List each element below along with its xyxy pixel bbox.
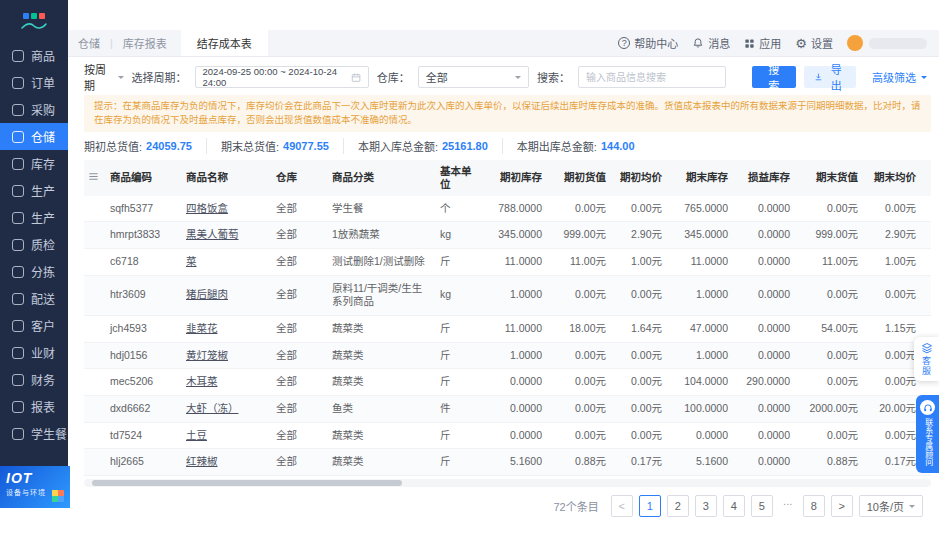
prev-page-button[interactable]: <	[611, 495, 633, 517]
table-cell: 11.0000	[486, 315, 548, 342]
sidebar-item-label: 财务	[31, 371, 55, 388]
tab-balance-cost-report[interactable]: 结存成本表	[181, 30, 268, 56]
table-cell: 斤	[434, 369, 486, 396]
row-spacer-cell	[84, 222, 104, 249]
table-cell: 全部	[270, 222, 326, 249]
column-config-button[interactable]	[84, 160, 104, 196]
table-cell: 0.0000	[922, 196, 931, 222]
product-name-link[interactable]: 菜	[180, 249, 270, 276]
product-name-link[interactable]: 大虾（冻）	[180, 395, 270, 422]
product-name-link[interactable]: 四格饭盒	[180, 196, 270, 222]
avatar	[847, 35, 863, 51]
help-center-button[interactable]: ? 帮助中心	[618, 35, 678, 51]
product-name-link[interactable]: 黑美人葡萄	[180, 222, 270, 249]
page-button-8[interactable]: 8	[803, 495, 825, 517]
sidebar: 商品订单采购仓储库存生产生产质检分拣配送客户业财财务报表学生餐	[0, 0, 68, 482]
app-screen: 商品订单采购仓储库存生产生产质检分拣配送客户业财财务报表学生餐 IOT 设备与环…	[0, 0, 939, 538]
page-button-5[interactable]: 5	[751, 495, 773, 517]
page-button-3[interactable]: 3	[695, 495, 717, 517]
period-mode-select[interactable]: 按周期	[84, 61, 124, 93]
page-button-4[interactable]: 4	[723, 495, 745, 517]
sidebar-item-12[interactable]: 业财	[0, 339, 68, 366]
export-button[interactable]: 导出	[804, 66, 856, 88]
quality-icon	[12, 239, 24, 251]
gear-icon: ⚙	[795, 37, 807, 50]
apps-label: 应用	[759, 35, 781, 51]
search-input[interactable]	[578, 66, 726, 88]
sidebar-item-10[interactable]: 配送	[0, 285, 68, 312]
table-cell: 0.0000	[734, 395, 796, 422]
sidebar-item-label: 订单	[31, 74, 55, 91]
apps-button[interactable]: 应用	[744, 35, 781, 51]
table-cell: 蔬菜类	[326, 342, 434, 369]
table-cell: 全部	[270, 196, 326, 222]
table-cell: 2.90元	[612, 222, 668, 249]
sidebar-item-7[interactable]: 生产	[0, 204, 68, 231]
sidebar-item-1[interactable]: 商品	[0, 42, 68, 69]
table-cell: 0.17元	[864, 449, 922, 476]
product-name-link[interactable]: 黄灯笼椒	[180, 342, 270, 369]
sidebar-item-15[interactable]: 学生餐	[0, 420, 68, 447]
goods-icon	[12, 50, 24, 62]
purchase-icon	[12, 104, 24, 116]
table-cell: 全部	[270, 342, 326, 369]
sidebar-item-11[interactable]: 客户	[0, 312, 68, 339]
page-size-select[interactable]: 10条/页	[859, 495, 923, 517]
column-config-icon	[88, 171, 99, 182]
row-spacer-cell	[84, 275, 104, 315]
product-name-link[interactable]: 韭菜花	[180, 315, 270, 342]
next-page-button[interactable]: >	[831, 495, 853, 517]
product-name-link[interactable]: 红辣椒	[180, 449, 270, 476]
page-button-2[interactable]: 2	[667, 495, 689, 517]
table-cell: 290.0000	[734, 369, 796, 396]
sidebar-item-label: 采购	[31, 101, 55, 118]
sidebar-item-5[interactable]: 库存	[0, 150, 68, 177]
page-button-1[interactable]: 1	[639, 495, 661, 517]
table-row: jch4593韭菜花全部蔬菜类斤11.000018.00元1.64元47.000…	[84, 315, 931, 342]
iot-badge: IOT 设备与环境	[0, 466, 70, 508]
table-viewport: 商品编码商品名称仓库商品分类基本单位期初库存期初货值期初均价期末库存损益库存期末…	[84, 160, 931, 476]
period-label: 选择周期：	[132, 69, 187, 85]
product-name-link[interactable]: 土豆	[180, 422, 270, 449]
summary-outbound-amount: 本期出库总金额: 144.00	[502, 138, 635, 154]
sidebar-item-6[interactable]: 生产	[0, 177, 68, 204]
sidebar-item-label: 生产	[31, 209, 55, 226]
table-cell: 11.00元	[796, 249, 864, 276]
sidebar-item-3[interactable]: 采购	[0, 96, 68, 123]
sidebar-item-4[interactable]: 仓储	[0, 123, 68, 150]
sidebar-item-2[interactable]: 订单	[0, 69, 68, 96]
settings-button[interactable]: ⚙ 设置	[795, 35, 833, 51]
sidebar-item-9[interactable]: 分拣	[0, 258, 68, 285]
column-header: 商品编码	[104, 160, 180, 196]
logo-wave-icon	[21, 22, 47, 30]
table-cell: 蔬菜类	[326, 315, 434, 342]
row-spacer-cell	[84, 315, 104, 342]
orders-icon	[12, 77, 24, 89]
sidebar-item-label: 仓储	[31, 128, 55, 145]
sidebar-item-label: 商品	[31, 47, 55, 64]
table-cell: 1.00元	[864, 249, 922, 276]
headset-icon	[920, 400, 935, 415]
warehouse-select[interactable]: 全部	[418, 66, 529, 88]
table-row: c6718菜全部测试删除1/测试删除斤11.000011.00元1.00元11.…	[84, 249, 931, 276]
table-cell: td7524	[104, 422, 180, 449]
sidebar-item-13[interactable]: 财务	[0, 366, 68, 393]
balance-cost-table: 商品编码商品名称仓库商品分类基本单位期初库存期初货值期初均价期末库存损益库存期末…	[84, 160, 931, 476]
product-name-link[interactable]: 木耳菜	[180, 369, 270, 396]
sidebar-item-8[interactable]: 质检	[0, 231, 68, 258]
service-float-tab[interactable]: 客服	[914, 337, 939, 381]
advanced-filter-toggle[interactable]: 高级筛选	[872, 69, 931, 85]
user-menu[interactable]	[847, 35, 927, 51]
consult-float-tab[interactable]: 联系专属顾问	[916, 395, 939, 473]
sidebar-item-14[interactable]: 报表	[0, 393, 68, 420]
messages-button[interactable]: 消息	[692, 35, 730, 51]
production-icon	[12, 185, 24, 197]
student-meal-icon	[12, 428, 24, 440]
product-name-link[interactable]: 猪后腿肉	[180, 275, 270, 315]
breadcrumb-warehouse[interactable]: 仓储	[68, 35, 110, 51]
breadcrumb-inventory-report[interactable]: 库存报表	[113, 35, 177, 51]
period-range-input[interactable]: 2024-09-25 00:00 ~ 2024-10-24 24:00	[195, 66, 369, 88]
search-button[interactable]: 搜索	[752, 66, 796, 88]
horizontal-scrollbar-thumb[interactable]	[92, 480, 402, 486]
table-cell: 0.0000	[734, 249, 796, 276]
